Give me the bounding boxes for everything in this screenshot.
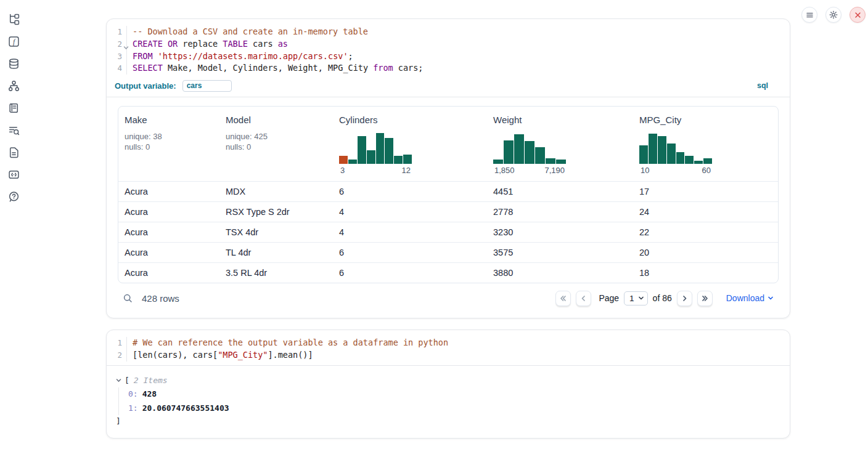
items-count-label: 2 Items — [134, 376, 168, 385]
output-variable-label: Output variable: — [115, 81, 176, 91]
line-number: 3 — [107, 51, 127, 63]
sql-cell-footer: Output variable: sql — [107, 75, 790, 97]
histogram-bar — [694, 161, 703, 164]
column-header-make[interactable]: Make unique: 38nulls: 0 — [118, 107, 219, 181]
column-stats: unique: 38nulls: 0 — [125, 131, 213, 152]
snippets-icon[interactable] — [8, 169, 20, 180]
histogram-bar — [367, 150, 375, 164]
histogram-axis-labels: 1060 — [639, 166, 712, 175]
code-line: 3 FROM 'https://datasets.marimo.app/cars… — [107, 51, 790, 63]
python-code-editor[interactable]: 1 # We can reference the output variable… — [107, 330, 790, 362]
histogram-bar — [658, 136, 666, 164]
mpg-city-histogram: 1060 — [639, 132, 712, 175]
histogram-axis-labels: 312 — [339, 166, 412, 175]
prev-page-button[interactable] — [576, 291, 591, 306]
column-header-weight[interactable]: Weight 1,8507,190 — [487, 107, 633, 181]
panel-sidebar: f — [0, 14, 27, 203]
table-row: AcuraTSX 4dr4323022 — [118, 222, 778, 242]
page-label: Page — [599, 293, 619, 303]
code-token: CREATE OR — [133, 39, 178, 49]
tree-root: [ 2 Items — [116, 374, 780, 387]
table-header: Make unique: 38nulls: 0 Model unique: 42… — [118, 107, 778, 181]
line-number: 4 — [107, 62, 127, 75]
entry-value: 428 — [142, 389, 157, 398]
download-button[interactable]: Download — [726, 293, 774, 303]
table-row: Acura3.5 RL 4dr6388018 — [118, 262, 778, 283]
line-number: 1 — [107, 26, 127, 38]
histogram-bar — [546, 158, 555, 164]
line-number: 1 — [107, 337, 127, 349]
tree-entry: 0: 428 — [128, 387, 780, 402]
histogram-bar — [493, 160, 503, 164]
table-footer: 428 rows Page 1 of 86 Download — [118, 283, 779, 313]
code-token: cars — [248, 39, 278, 49]
code-line: 1 # We can reference the output variable… — [107, 337, 790, 349]
page-select[interactable]: 1 — [624, 291, 648, 305]
code-token: 'https://datasets.marimo.app/cars.csv' — [158, 51, 348, 61]
code-token: "MPG_City" — [218, 350, 268, 360]
code-token: Make, Model, Cylinders, Weight, MPG_City — [163, 63, 373, 73]
code-line: 2 [len(cars), cars["MPG_City"].mean()] — [107, 349, 790, 362]
table-row: AcuraRSX Type S 2dr4277824 — [118, 201, 778, 222]
code-token: -- Download a CSV and create an in-memor… — [133, 26, 368, 36]
search-icon[interactable] — [123, 293, 133, 304]
next-page-button[interactable] — [677, 291, 692, 306]
code-token: as — [278, 39, 288, 49]
column-header-mpg-city[interactable]: MPG_City 1060 — [633, 107, 778, 181]
code-line: 1 -- Download a CSV and create an in-mem… — [107, 26, 790, 38]
histogram-bar — [525, 141, 534, 164]
functions-icon[interactable]: f — [8, 36, 20, 47]
sql-cell: 1 -- Download a CSV and create an in-mem… — [106, 18, 790, 318]
table-row: AcuraMDX6445117 — [118, 181, 778, 201]
column-name: Model — [226, 115, 327, 125]
output-variable-input[interactable] — [182, 80, 232, 92]
code-token: from — [373, 63, 393, 73]
file-tree-icon[interactable] — [8, 14, 20, 25]
menu-icon[interactable] — [801, 7, 817, 23]
column-header-model[interactable]: Model unique: 425nulls: 0 — [219, 107, 333, 181]
table-row: AcuraTL 4dr6357520 — [118, 242, 778, 262]
fold-chevron-icon[interactable] — [123, 42, 129, 47]
python-cell: 1 # We can reference the output variable… — [106, 330, 790, 439]
last-page-button[interactable] — [697, 291, 713, 306]
dependency-graph-icon[interactable] — [8, 80, 20, 92]
datasources-icon[interactable] — [8, 58, 20, 70]
histogram-bar — [376, 133, 385, 164]
sql-code-editor[interactable]: 1 -- Download a CSV and create an in-mem… — [107, 19, 790, 75]
tree-entry: 1: 20.060747663551403 — [128, 401, 780, 415]
histogram-bar — [394, 156, 403, 164]
shutdown-icon[interactable] — [850, 7, 866, 23]
histogram-bar — [403, 155, 412, 164]
column-name: MPG_City — [639, 115, 772, 125]
histogram-bar — [556, 160, 566, 164]
histogram-bar — [339, 156, 348, 164]
gear-icon[interactable] — [825, 7, 841, 23]
line-number: 2 — [107, 38, 127, 51]
collapse-chevron-icon[interactable] — [116, 378, 121, 383]
column-stats: unique: 425nulls: 0 — [226, 131, 327, 152]
histogram-bar — [685, 156, 694, 164]
histogram-bar — [639, 145, 648, 164]
list-search-icon[interactable] — [8, 124, 20, 136]
entry-key: 0: — [128, 389, 138, 398]
code-line: 2 CREATE OR replace TABLE cars as — [107, 38, 790, 51]
histogram-bar — [649, 134, 657, 164]
python-output-tree: [ 2 Items 0: 428 1: 20.060747663551403 ] — [107, 366, 790, 427]
histogram-bar — [504, 140, 514, 164]
help-icon[interactable] — [8, 191, 20, 203]
code-token — [153, 51, 158, 61]
first-page-button[interactable] — [555, 291, 571, 306]
histogram-bar — [514, 134, 524, 164]
histogram-bar — [348, 160, 357, 164]
code-token: # We can reference the output variable a… — [133, 338, 448, 347]
column-header-cylinders[interactable]: Cylinders 312 — [333, 107, 487, 181]
logs-icon[interactable] — [8, 102, 20, 114]
row-count: 428 rows — [142, 293, 179, 304]
histogram-bar — [385, 138, 393, 164]
histogram-bar — [667, 144, 676, 164]
bracket-open: [ — [125, 376, 129, 385]
documentation-icon[interactable] — [8, 147, 20, 158]
cylinders-histogram: 312 — [339, 132, 412, 175]
weight-histogram: 1,8507,190 — [493, 132, 566, 175]
column-name: Cylinders — [339, 115, 481, 125]
